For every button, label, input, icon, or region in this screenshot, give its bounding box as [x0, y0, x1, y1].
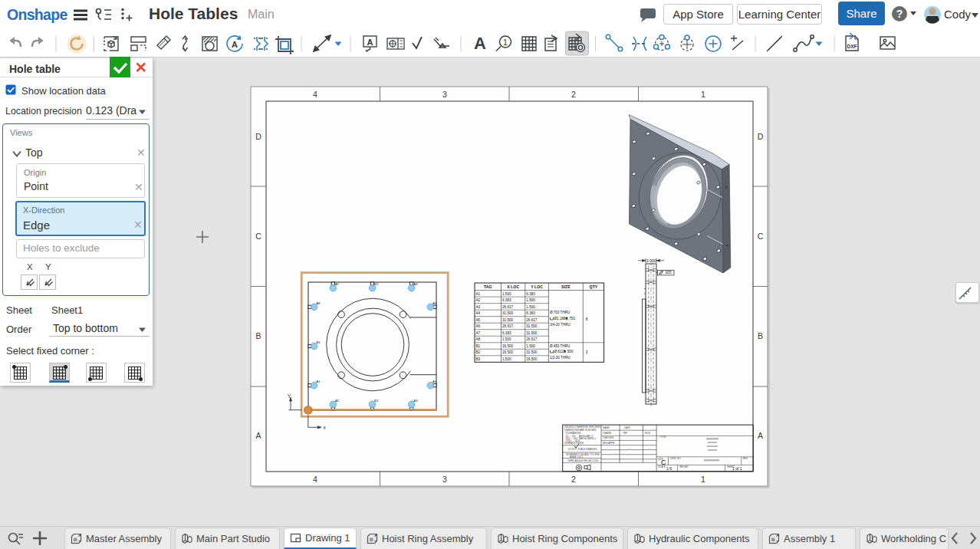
svg-text:B: B [758, 331, 763, 340]
svg-text:CHECKED: CHECKED [603, 436, 615, 439]
svg-text:1.500: 1.500 [526, 344, 535, 348]
svg-text:26.617: 26.617 [502, 324, 513, 328]
svg-text:D: D [255, 132, 261, 141]
svg-text:1:6: 1:6 [666, 466, 672, 471]
svg-text:Ø.703 THRU: Ø.703 THRU [550, 311, 570, 314]
svg-text:DIMENSIONS ARE IN INCHES: DIMENSIONS ARE IN INCHES [564, 429, 597, 432]
svg-text:A6: A6 [413, 282, 418, 286]
svg-text:A8: A8 [476, 337, 481, 341]
svg-text:DATE: DATE [624, 426, 630, 429]
svg-text:1/2-20 THRU: 1/2-20 THRU [550, 356, 571, 360]
svg-text:TITLE:: TITLE: [659, 436, 666, 439]
svg-text:A2: A2 [476, 298, 481, 302]
svg-text:B2: B2 [476, 350, 481, 354]
svg-text:1.500: 1.500 [526, 305, 535, 309]
svg-text:A: A [255, 431, 261, 440]
svg-text:8: 8 [586, 317, 588, 321]
svg-text:Ø1.188: Ø1.188 [554, 317, 567, 321]
svg-text:C: C [661, 459, 666, 466]
svg-text:.005: .005 [665, 271, 672, 274]
svg-text:2: 2 [571, 90, 576, 99]
svg-text:31.500: 31.500 [526, 350, 537, 354]
svg-text:A5: A5 [432, 301, 437, 305]
svg-text:1.500: 1.500 [502, 357, 511, 361]
svg-text:3: 3 [442, 475, 447, 484]
svg-text:3.000: 3.000 [646, 258, 656, 263]
svg-text:QTY: QTY [590, 284, 598, 289]
svg-text:A7: A7 [476, 331, 481, 335]
svg-text:A7: A7 [335, 282, 340, 286]
svg-text:A2: A2 [335, 399, 340, 403]
svg-text:16.500: 16.500 [502, 344, 513, 348]
svg-text:D: D [758, 132, 764, 141]
svg-text:31.500: 31.500 [526, 324, 537, 328]
svg-text:1: 1 [503, 38, 508, 47]
svg-text:SURFACE FINISH: SURFACE FINISH [564, 442, 584, 445]
svg-text:A3: A3 [413, 399, 418, 403]
svg-text:A8: A8 [316, 301, 321, 305]
svg-text:A4: A4 [476, 311, 481, 315]
svg-text:Ø.453 THRU: Ø.453 THRU [550, 344, 570, 348]
svg-text:.500: .500 [567, 350, 574, 353]
svg-text:ASME Y14.5: ASME Y14.5 [570, 455, 583, 459]
svg-text:A5: A5 [476, 318, 481, 322]
svg-text:Ø.812: Ø.812 [554, 350, 564, 353]
svg-text:1 of 1: 1 of 1 [732, 466, 742, 471]
svg-text:3: 3 [442, 90, 447, 99]
svg-text:A3: A3 [476, 305, 481, 309]
svg-text:1.500: 1.500 [502, 337, 511, 341]
svg-text:X LOC: X LOC [507, 284, 519, 289]
svg-text:DO NOT SCALE DRAWING: DO NOT SCALE DRAWING [568, 448, 597, 451]
svg-text:Y: Y [288, 393, 291, 399]
svg-text:B1: B1 [476, 344, 481, 348]
svg-text:26.617: 26.617 [526, 318, 537, 322]
svg-text:6.383: 6.383 [526, 311, 535, 315]
svg-text:MACH± BEND ±: MACH± BEND ± [579, 437, 596, 440]
svg-text:6.383: 6.383 [526, 292, 535, 296]
svg-text:2: 2 [571, 475, 576, 484]
svg-text:A: A [474, 34, 486, 53]
svg-text:1.500: 1.500 [502, 292, 511, 296]
svg-text:EDW: EDW [645, 432, 650, 435]
svg-text:A: A [232, 40, 238, 49]
svg-text:26.617: 26.617 [502, 305, 513, 309]
svg-text:31.500: 31.500 [502, 311, 513, 315]
svg-text:16.500: 16.500 [526, 357, 537, 361]
svg-text:NAME: NAME [603, 426, 610, 429]
svg-text:B1: B1 [374, 399, 379, 403]
svg-text:SIZE: SIZE [561, 284, 571, 289]
svg-text:Y LOC: Y LOC [531, 284, 543, 289]
svg-text:4: 4 [313, 90, 317, 99]
svg-text:A4: A4 [432, 380, 437, 383]
svg-text:.750: .750 [568, 317, 575, 321]
svg-text:31.500: 31.500 [502, 318, 513, 322]
svg-text:?: ? [896, 8, 903, 20]
svg-text:ENG APPR: ENG APPR [603, 442, 615, 445]
svg-text:B: B [255, 331, 261, 340]
svg-text:C: C [255, 232, 261, 241]
svg-text:6.383: 6.383 [502, 298, 511, 302]
svg-text:THIRD ANGLE PROJECTION: THIRD ANGLE PROJECTION [567, 459, 598, 462]
svg-text:A: A [758, 431, 763, 440]
svg-text:B3: B3 [316, 340, 321, 344]
svg-text:TAG: TAG [484, 284, 492, 289]
svg-text:4: 4 [313, 475, 317, 484]
svg-text:C: C [758, 232, 764, 241]
svg-text:DWG. NO.: DWG. NO. [670, 457, 681, 460]
svg-text:26.617: 26.617 [526, 337, 537, 341]
svg-text:3/4-20 THRU: 3/4-20 THRU [550, 323, 571, 327]
svg-text:A1: A1 [476, 292, 481, 296]
svg-text:TRP: TRP [623, 432, 627, 435]
svg-text:1: 1 [701, 475, 705, 484]
svg-text:WEIGHT: WEIGHT [679, 465, 689, 468]
svg-text:DXF: DXF [847, 44, 857, 49]
svg-text:A1: A1 [316, 380, 321, 383]
svg-text:B2: B2 [374, 282, 379, 286]
svg-text:DRAWN: DRAWN [603, 432, 611, 435]
svg-text:1.500: 1.500 [526, 298, 535, 302]
svg-text:A6: A6 [476, 324, 481, 328]
svg-text:6.383: 6.383 [502, 331, 511, 335]
svg-text:REV: REV [743, 457, 748, 460]
svg-text:1: 1 [701, 90, 705, 99]
svg-text:A: A [367, 38, 373, 47]
